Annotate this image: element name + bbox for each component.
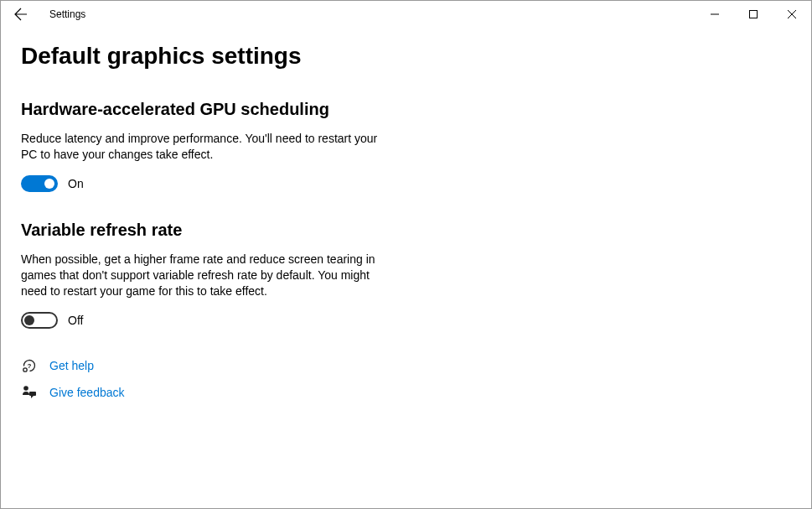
hagpu-description: Reduce latency and improve performance. … — [21, 131, 381, 164]
vrr-toggle-label: Off — [68, 314, 83, 327]
toggle-knob — [44, 179, 54, 189]
get-help-label: Get help — [49, 359, 94, 372]
close-button[interactable] — [773, 1, 811, 28]
page-title: Default graphics settings — [21, 43, 551, 70]
hagpu-toggle-label: On — [68, 177, 84, 190]
svg-rect-0 — [750, 11, 758, 18]
vrr-description: When possible, get a higher frame rate a… — [21, 252, 381, 300]
minimize-icon — [711, 10, 719, 18]
arrow-left-icon — [14, 8, 28, 21]
page-content: Default graphics settings Hardware-accel… — [1, 28, 571, 401]
minimize-button[interactable] — [696, 1, 734, 28]
vrr-heading: Variable refresh rate — [21, 221, 551, 240]
app-title: Settings — [49, 8, 85, 20]
hagpu-heading: Hardware-accelerated GPU scheduling — [21, 100, 551, 119]
toggle-knob — [24, 315, 34, 325]
feedback-icon — [21, 384, 38, 401]
get-help-link[interactable]: ? Get help — [21, 357, 551, 374]
help-icon: ? — [21, 357, 38, 374]
vrr-toggle-row: Off — [21, 312, 551, 329]
give-feedback-link[interactable]: Give feedback — [21, 384, 551, 401]
hagpu-toggle[interactable] — [21, 175, 58, 192]
svg-text:?: ? — [28, 361, 32, 369]
close-icon — [788, 10, 796, 18]
svg-point-1 — [23, 367, 27, 371]
window-controls — [696, 1, 811, 28]
back-button[interactable] — [4, 1, 38, 28]
give-feedback-label: Give feedback — [49, 386, 125, 399]
vrr-toggle[interactable] — [21, 312, 58, 329]
maximize-button[interactable] — [734, 1, 773, 28]
svg-rect-4 — [29, 392, 36, 396]
svg-point-3 — [23, 386, 28, 391]
titlebar: Settings — [1, 1, 811, 28]
hagpu-toggle-row: On — [21, 175, 551, 192]
help-links: ? Get help Give feedback — [21, 357, 551, 401]
maximize-icon — [749, 10, 758, 18]
